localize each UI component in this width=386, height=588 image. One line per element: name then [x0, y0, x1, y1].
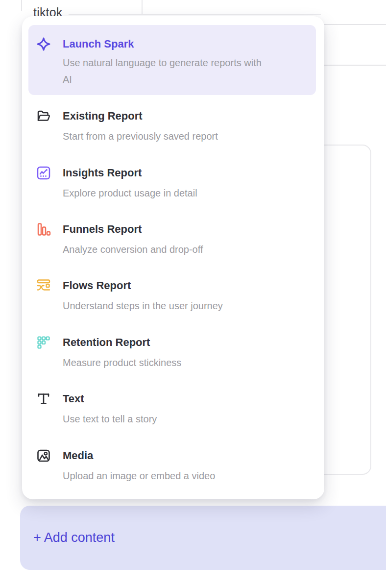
- add-content-button[interactable]: + Add content: [20, 506, 386, 570]
- flows-icon: [36, 278, 51, 293]
- menu-item-text: Flows Report Understand steps in the use…: [63, 278, 223, 313]
- menu-item-text-block[interactable]: Text Use text to tell a story: [36, 392, 157, 426]
- menu-item-title: Insights Report: [63, 166, 197, 180]
- insights-chart-icon: [36, 166, 51, 180]
- menu-item-text: Media Upload an image or embed a video: [63, 448, 215, 483]
- add-content-label: + Add content: [33, 530, 115, 545]
- menu-item-subtitle: Upload an image or embed a video: [63, 468, 215, 483]
- menu-item-existing-report[interactable]: Existing Report Start from a previously …: [36, 109, 218, 144]
- menu-item-title: Retention Report: [63, 335, 181, 350]
- screen: tiktok Launch Spark Use natural language…: [0, 0, 386, 588]
- board-row-divider: [323, 24, 386, 25]
- menu-item-retention-report[interactable]: Retention Report Measure product stickin…: [36, 335, 181, 370]
- retention-grid-icon: [36, 335, 51, 350]
- menu-item-funnels-report[interactable]: Funnels Report Analyze conversion and dr…: [36, 222, 203, 257]
- menu-item-flows-report[interactable]: Flows Report Understand steps in the use…: [36, 278, 223, 313]
- menu-item-subtitle: Understand steps in the user journey: [63, 298, 223, 313]
- menu-item-text: Retention Report Measure product stickin…: [63, 335, 181, 370]
- menu-item-text: Insights Report Explore product usage in…: [63, 166, 197, 200]
- menu-item-subtitle: Use text to tell a story: [63, 412, 157, 426]
- menu-item-launch-spark[interactable]: Launch Spark Use natural language to gen…: [28, 25, 316, 95]
- board-column-divider: [21, 0, 22, 11]
- board-row-divider: [69, 14, 321, 15]
- menu-item-text: Text Use text to tell a story: [63, 392, 157, 426]
- serif-t-icon: [36, 392, 51, 406]
- menu-item-media[interactable]: Media Upload an image or embed a video: [36, 448, 215, 483]
- menu-item-subtitle: Analyze conversion and drop-off: [63, 242, 203, 257]
- menu-item-text: Funnels Report Analyze conversion and dr…: [63, 222, 203, 257]
- board-column-divider: [142, 0, 143, 15]
- menu-item-title: Flows Report: [63, 278, 223, 293]
- menu-item-title: Media: [63, 448, 215, 463]
- menu-item-subtitle: Measure product stickiness: [63, 355, 181, 370]
- menu-item-subtitle: Use natural language to generate reports…: [63, 54, 262, 88]
- menu-item-insights-report[interactable]: Insights Report Explore product usage in…: [36, 166, 197, 200]
- funnel-bars-icon: [36, 222, 51, 237]
- menu-item-text: Launch Spark Use natural language to gen…: [63, 37, 262, 95]
- menu-item-subtitle: Start from a previously saved report: [63, 129, 218, 144]
- add-content-menu: Launch Spark Use natural language to gen…: [22, 16, 324, 499]
- menu-item-title: Text: [63, 392, 157, 406]
- menu-item-title: Launch Spark: [63, 37, 262, 51]
- menu-item-title: Existing Report: [63, 109, 218, 123]
- menu-item-title: Funnels Report: [63, 222, 203, 237]
- media-image-icon: [36, 448, 51, 463]
- board-row-divider: [323, 65, 386, 66]
- folder-open-icon: [36, 109, 51, 123]
- menu-item-text: Existing Report Start from a previously …: [63, 109, 218, 144]
- spark-icon: [36, 37, 51, 51]
- menu-item-subtitle: Explore product usage in detail: [63, 186, 197, 200]
